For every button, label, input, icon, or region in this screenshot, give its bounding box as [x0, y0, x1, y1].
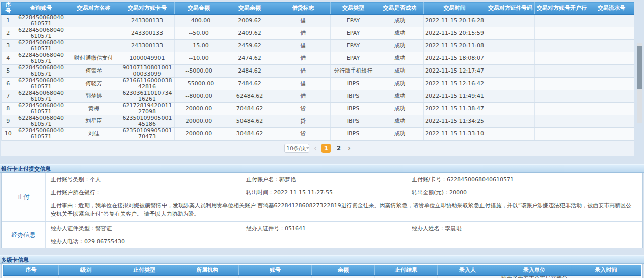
table-cell: 借: [276, 52, 331, 65]
table-cell: 借: [276, 27, 331, 40]
table-cell: 6230361101073416261: [120, 90, 175, 103]
table-cell: [67, 15, 120, 27]
table-cell: 借: [276, 78, 331, 90]
table-cell: 3: [2, 40, 15, 52]
field-agent-name: 经办人姓名：李晨琨: [412, 225, 642, 232]
field-agent-cert-no: 经办人证件号：051641: [246, 225, 412, 232]
table-cell: 2022-11-16 03:40:51: [571, 275, 641, 278]
table-cell: 成功: [375, 275, 438, 278]
table-cell: [535, 115, 589, 128]
pagination-pages: 12: [321, 144, 343, 153]
field-stop-card-no: 止付账/卡号：6228450068040610571: [412, 176, 642, 183]
table-cell: [312, 275, 375, 278]
table-cell: 8: [2, 103, 15, 115]
table-cell: 6216611600003842816: [120, 78, 175, 90]
table-cell: [589, 103, 634, 115]
column-header: 交易类型: [331, 2, 376, 15]
column-header: 级别: [59, 265, 113, 275]
table-cell: 成功: [376, 27, 424, 40]
table-cell: 2022-11-15 12:17:47: [424, 65, 486, 78]
table-cell: IBPS: [331, 115, 376, 128]
transactions-table: 序号查询账号交易对方名称交易对方账卡号交易金额交易余额借贷标志交易类型交易是否成…: [1, 2, 634, 141]
multi-card-table: 序号级别止付类型所属机构账号余额止付结果录入人录入单位录入时间 1一级第三方止付…: [3, 265, 641, 278]
table-cell: [589, 128, 634, 141]
table-cell: 刘星臣: [67, 115, 120, 128]
column-header: 录入单位: [498, 265, 571, 275]
table-cell: 李晨琨: [438, 275, 498, 278]
table-cell: 2022-11-15 12:16:42: [424, 78, 486, 90]
page-button-1[interactable]: 1: [321, 144, 331, 153]
table-cell: 1: [4, 275, 59, 278]
table-cell: 30484.62: [223, 128, 276, 141]
table-cell: 10: [2, 128, 15, 141]
page-size-label: 10条/页: [286, 145, 306, 152]
table-cell: 6228450068040610571: [15, 90, 67, 103]
table-cell: [67, 40, 120, 52]
table-cell: 243300133: [120, 40, 175, 52]
table-cell: 9: [2, 115, 15, 128]
table-cell: 6228450068040610571: [15, 65, 67, 78]
table-cell: 6228450068040610571: [15, 128, 67, 141]
column-header: 交易流水号: [589, 2, 634, 15]
stop-payment-group-label: 止付: [2, 173, 46, 221]
table-cell: 成功: [376, 103, 424, 115]
table-cell: 成功: [376, 115, 424, 128]
table-cell: EPAY: [331, 52, 376, 65]
table-cell: 6228450068040610571: [15, 40, 67, 52]
table-cell: --8000.00: [175, 90, 223, 103]
table-cell: 2009.62: [223, 15, 276, 27]
table-cell: [535, 27, 589, 40]
table-cell: 2474.62: [223, 52, 276, 65]
column-header: 序号: [4, 265, 59, 275]
column-header: 查询账号: [15, 2, 67, 15]
table-cell: 成功: [376, 90, 424, 103]
table-cell: 财付通微信支付: [67, 52, 120, 65]
table-cell: 6228450068040610571: [15, 78, 67, 90]
field-agent-phone: 经办人电话：029-86755430: [51, 238, 642, 245]
table-cell: 6217281942001127098: [120, 103, 175, 115]
page-size-select[interactable]: 10条/页: [284, 144, 309, 153]
multi-card-panel: 序号级别止付类型所属机构账号余额止付结果录入人录入单位录入时间 1一级第三方止付…: [1, 264, 643, 278]
table-cell: [486, 40, 535, 52]
field-stop-bank: 止付账户所在银行：: [51, 189, 246, 196]
table-cell: 6235010990500170473: [120, 128, 175, 141]
table-cell: 借: [276, 40, 331, 52]
table-cell: 借: [276, 65, 331, 78]
table-cell: 郭梦婷: [67, 90, 120, 103]
table-cell: 2022-11-15 11:34:25: [424, 115, 486, 128]
table-cell: 一级: [59, 275, 113, 278]
prev-page-icon[interactable]: ‹: [314, 144, 317, 153]
table-cell: 2022-11-15 11:38:47: [424, 103, 486, 115]
table-cell: 20000.00: [175, 103, 223, 115]
next-page-icon[interactable]: ›: [348, 144, 351, 153]
table-cell: EPAY: [331, 15, 376, 27]
multi-card-section-title: 多级卡信息: [0, 255, 644, 264]
table-cell: 成功: [376, 52, 424, 65]
table-cell: [67, 27, 120, 40]
table-cell: [486, 103, 535, 115]
table-cell: 70484.62: [223, 103, 276, 115]
table-cell: 成功: [376, 128, 424, 141]
field-stop-reason: 止付事由：近期，我单位在接报刘妮被骗警情中，发现涉案人员利用贵单位相关账户 曹鸿…: [46, 199, 642, 221]
table-cell: [589, 52, 634, 65]
vertical-scrollbar[interactable]: [637, 43, 642, 123]
column-header: 交易对方账卡号: [120, 2, 175, 15]
stop-payment-group: 止付 止付账号类别：个人 止付账户名：郭梦艳 止付账/卡号：6228450068…: [2, 173, 642, 221]
column-header: 录入时间: [571, 265, 641, 275]
table-cell: EPAY: [331, 40, 376, 52]
table-cell: [589, 90, 634, 103]
table-cell: 1000049901: [120, 52, 175, 65]
table-cell: [589, 115, 634, 128]
table-cell: 成功: [376, 15, 424, 27]
column-header: 余额: [312, 265, 375, 275]
table-cell: 借: [276, 90, 331, 103]
column-header: 所属机构: [176, 265, 239, 275]
multi-card-header-row: 序号级别止付类型所属机构账号余额止付结果录入人录入单位录入时间: [4, 265, 641, 275]
table-cell: [535, 52, 589, 65]
table-cell: [486, 90, 535, 103]
table-cell: 贷: [276, 115, 331, 128]
scrollbar-thumb[interactable]: [637, 46, 642, 89]
table-cell: IBPS: [331, 78, 376, 90]
table-cell: 2022-11-15 20:11:08: [424, 40, 486, 52]
page-button-2[interactable]: 2: [334, 144, 343, 153]
